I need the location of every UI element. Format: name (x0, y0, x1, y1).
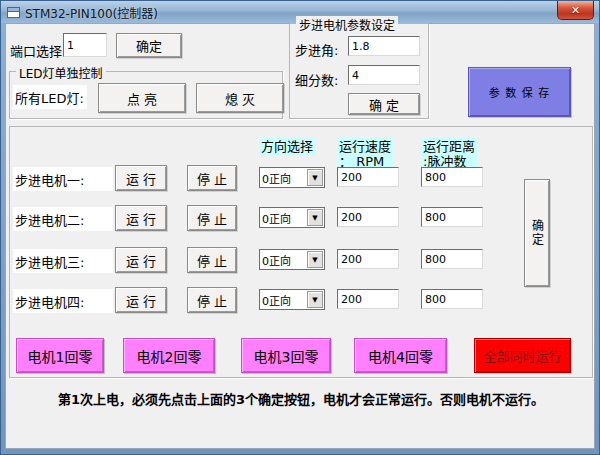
close-icon: ✕ (571, 4, 580, 17)
motor-2-speed-input[interactable] (337, 207, 399, 227)
motor-4-distance-input[interactable] (421, 289, 483, 309)
motor-4-label: 步进电机四: (13, 289, 113, 313)
motor-1-direction-value: 0正向 (260, 170, 306, 186)
port-confirm-button[interactable]: 确定 (116, 33, 182, 58)
motor-3-label: 步进电机三: (13, 249, 113, 273)
app-window: STM32-PIN100(控制器) ✕ 端口选择: 确定 LED灯单独控制 所有… (0, 0, 600, 455)
motor-2-label: 步进电机二: (13, 207, 113, 231)
motor-row-4: 步进电机四: 运 行 停 止 0正向 ▼ (1, 287, 600, 315)
motor-3-stop-button[interactable]: 停 止 (187, 247, 237, 273)
motor-3-distance-input[interactable] (421, 249, 483, 269)
port-select-label: 端口选择: (10, 41, 66, 60)
distance-header-line1: 运行距离 (423, 139, 475, 154)
step-angle-label: 步进角: (295, 40, 338, 59)
motor-2-zero-button[interactable]: 电机2回零 (123, 338, 215, 373)
app-icon (7, 7, 20, 18)
port-input[interactable] (63, 33, 107, 57)
footer-note: 第1次上电，必须先点击上面的3个确定按钮，电机才会正常运行。否则电机不运行。 (1, 389, 600, 408)
motor-4-zero-button[interactable]: 电机4回零 (354, 338, 447, 373)
speed-header-line1: 运行速度 (339, 139, 391, 154)
led-group-title: LED灯单独控制 (16, 64, 106, 81)
motor-1-speed-input[interactable] (337, 167, 399, 187)
motor-row-3: 步进电机三: 运 行 停 止 0正向 ▼ (1, 247, 600, 275)
motor-2-stop-button[interactable]: 停 止 (187, 205, 237, 231)
motor-row-1: 步进电机一: 运 行 停 止 0正向 ▼ (1, 165, 600, 193)
motor-3-speed-input[interactable] (337, 249, 399, 269)
save-params-button[interactable]: 参 数 保 存 (468, 67, 571, 117)
all-led-label: 所有LED灯: (13, 85, 87, 109)
chevron-down-icon[interactable]: ▼ (307, 291, 323, 308)
motor-4-run-button[interactable]: 运 行 (115, 287, 167, 313)
motor-1-direction-select[interactable]: 0正向 ▼ (259, 167, 325, 188)
chevron-down-icon[interactable]: ▼ (307, 209, 323, 226)
app-icon-titlebar (8, 8, 19, 12)
motor-4-stop-button[interactable]: 停 止 (187, 287, 237, 313)
step-angle-input[interactable] (348, 36, 420, 56)
motor-1-zero-button[interactable]: 电机1回零 (16, 338, 104, 373)
motor-3-zero-button[interactable]: 电机3回零 (241, 338, 331, 373)
motor-2-run-button[interactable]: 运 行 (115, 205, 167, 231)
motor-4-direction-select[interactable]: 0正向 ▼ (259, 289, 325, 310)
motor-2-direction-select[interactable]: 0正向 ▼ (259, 207, 325, 228)
subdivision-label: 细分数: (295, 70, 338, 89)
close-button[interactable]: ✕ (557, 1, 594, 20)
direction-header-label: 方向选择 (261, 139, 313, 154)
window-title: STM32-PIN100(控制器) (25, 4, 158, 21)
rows-confirm-button[interactable]: 确定 (524, 179, 550, 287)
motor-3-direction-select[interactable]: 0正向 ▼ (259, 249, 325, 270)
motor-row-2: 步进电机二: 运 行 停 止 0正向 ▼ (1, 205, 600, 233)
motor-4-direction-value: 0正向 (260, 292, 306, 308)
chevron-down-icon[interactable]: ▼ (307, 169, 323, 186)
chevron-down-icon[interactable]: ▼ (307, 251, 323, 268)
run-all-button[interactable]: 全部同时运行 (474, 338, 571, 373)
motor-1-label: 步进电机一: (13, 167, 113, 191)
motor-1-stop-button[interactable]: 停 止 (187, 165, 237, 191)
stepper-param-group-title: 步进电机参数设定 (296, 16, 398, 33)
led-off-button[interactable]: 熄 灭 (196, 83, 284, 113)
motor-4-speed-input[interactable] (337, 289, 399, 309)
motor-1-run-button[interactable]: 运 行 (115, 165, 167, 191)
param-confirm-button[interactable]: 确 定 (348, 93, 420, 115)
motor-1-distance-input[interactable] (421, 167, 483, 187)
motor-2-direction-value: 0正向 (260, 210, 306, 226)
led-on-button[interactable]: 点 亮 (98, 83, 186, 113)
motor-2-distance-input[interactable] (421, 207, 483, 227)
motor-3-direction-value: 0正向 (260, 252, 306, 268)
motor-3-run-button[interactable]: 运 行 (115, 247, 167, 273)
subdivision-input[interactable] (348, 65, 420, 85)
direction-column-header: 方向选择 (259, 138, 315, 155)
